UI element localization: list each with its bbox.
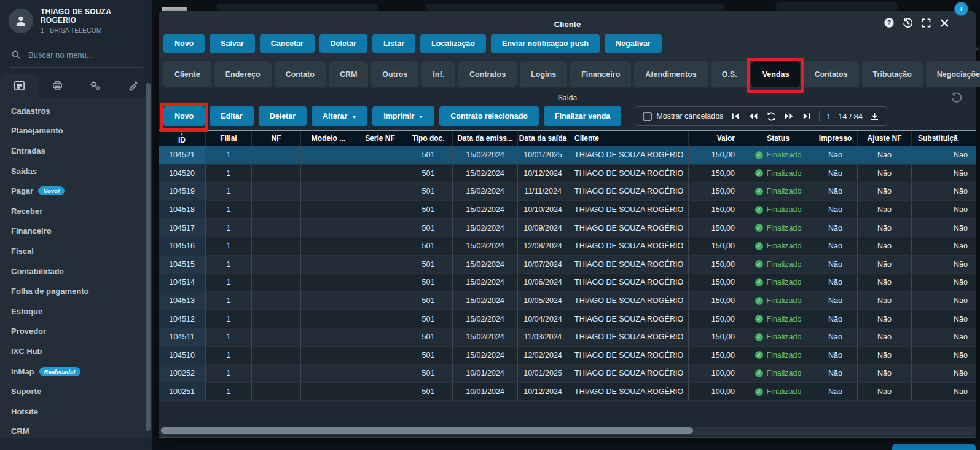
fullscreen-icon[interactable]	[920, 17, 932, 29]
sidebar-item-pagar[interactable]: PagarNovo!	[0, 181, 152, 201]
sidebar-item-contabilidade[interactable]: Contabilidade	[0, 261, 152, 282]
tab-crm[interactable]: CRM	[329, 61, 368, 87]
table-row[interactable]: 104511150115/02/202411/03/2024THIAGO DE …	[159, 328, 976, 347]
tab-contatos[interactable]: Contatos	[803, 61, 858, 87]
sidebar-item-crm[interactable]: CRM	[0, 422, 152, 438]
table-row[interactable]: 104512150115/02/202410/04/2024THIAGO DE …	[159, 310, 976, 328]
sidebar-item-fiscal[interactable]: Fiscal	[0, 241, 152, 261]
tab-contato[interactable]: Contato	[275, 61, 326, 87]
restore-history-icon[interactable]	[951, 92, 963, 104]
tab-cliente[interactable]: Cliente	[163, 61, 211, 87]
sidebar-item-planejamento[interactable]: Planejamento	[0, 121, 152, 141]
sidebar-item-folha-de-pagamento[interactable]: Folha de pagamento	[0, 281, 152, 301]
column-header-tipo-doc[interactable]: Tipo doc.	[404, 131, 453, 146]
deletar-button[interactable]: Deletar	[259, 106, 307, 126]
search-input[interactable]	[28, 50, 133, 60]
tab-contratos[interactable]: Contratos	[458, 61, 517, 87]
tab-tributacao[interactable]: Tributação	[862, 61, 923, 87]
column-header-nf[interactable]: NF	[252, 131, 301, 146]
help-icon[interactable]: ?	[883, 17, 895, 29]
column-header-valor[interactable]: Valor	[689, 131, 743, 146]
history-icon[interactable]	[901, 17, 914, 29]
column-header-id[interactable]: ▲ID	[159, 131, 206, 146]
close-icon[interactable]	[938, 17, 951, 29]
column-header-data-da-saida[interactable]: Data da saída	[518, 131, 568, 146]
listar-button[interactable]: Listar	[372, 34, 415, 53]
table-row[interactable]: 104516150115/02/202412/08/2024THIAGO DE …	[159, 237, 976, 256]
tab-negociacoes[interactable]: Negociações	[926, 61, 980, 87]
horizontal-scrollbar-thumb[interactable]	[161, 427, 693, 434]
background-button[interactable]	[892, 444, 976, 450]
finalizar-venda-button[interactable]: Finalizar venda	[544, 106, 621, 126]
sidebar-item-receber[interactable]: Receber	[0, 201, 152, 221]
cancelar-button[interactable]: Cancelar	[260, 34, 315, 53]
tab-logins[interactable]: Logins	[520, 61, 567, 87]
table-row[interactable]: 100252150110/01/202410/01/2025THIAGO DE …	[159, 365, 976, 383]
salvar-button[interactable]: Salvar	[210, 34, 255, 53]
sidebar-item-provedor[interactable]: Provedor	[0, 322, 152, 342]
tab-endereco[interactable]: Endereço	[214, 61, 272, 87]
sidebar-item-cadastros[interactable]: Cadastros	[0, 101, 152, 121]
refresh-icon[interactable]	[766, 111, 777, 122]
table-row[interactable]: 104520150115/02/202410/12/2024THIAGO DE …	[159, 165, 976, 183]
enviar-notificacao-push-button[interactable]: Enviar notificação push	[491, 34, 600, 53]
last-page-icon[interactable]	[801, 111, 812, 122]
deletar-button[interactable]: Deletar	[319, 34, 367, 53]
table-row[interactable]: 104514150115/02/202410/06/2024THIAGO DE …	[159, 274, 976, 292]
user-profile[interactable]: THIAGO DE SOUZA ROGERIO 1 - BRISA TELECO…	[0, 0, 152, 39]
column-header-data-da-emiss[interactable]: Data da emiss...	[453, 131, 518, 146]
sidebar-item-hotsite[interactable]: Hotsite	[0, 401, 152, 422]
horizontal-scrollbar-track[interactable]	[159, 427, 976, 435]
sidebar-item-financeiro[interactable]: Financeiro	[0, 221, 152, 242]
show-cancelled-checkbox[interactable]	[643, 112, 652, 121]
tab-printer[interactable]	[38, 74, 76, 97]
negativar-button[interactable]: Negativar	[605, 34, 662, 53]
localizacao-button[interactable]: Localização	[420, 34, 486, 53]
sidebar-scrollbar[interactable]	[146, 83, 151, 431]
tab-vendas[interactable]: Vendas	[751, 61, 801, 87]
download-icon[interactable]	[869, 111, 880, 122]
tab-o-s[interactable]: O.S.	[711, 61, 748, 87]
novo-button[interactable]: Novo	[163, 106, 205, 126]
sidebar-item-inmap[interactable]: InMapRealocado!	[0, 361, 152, 382]
next-page-icon[interactable]	[783, 111, 794, 122]
tab-menu-list[interactable]	[0, 74, 38, 97]
novo-button[interactable]: Novo	[163, 34, 205, 53]
table-row[interactable]: 104515150115/02/202410/07/2024THIAGO DE …	[159, 256, 976, 274]
sidebar-item-entradas[interactable]: Entradas	[0, 141, 152, 161]
column-header-impresso[interactable]: Impresso	[813, 131, 858, 146]
column-header-cliente[interactable]: Cliente	[568, 131, 689, 146]
column-header-substituica[interactable]: Substituiçã	[912, 131, 976, 146]
column-header-serie-nf[interactable]: Serie NF	[356, 131, 404, 146]
table-row[interactable]: 104519150115/02/202411/11/2024THIAGO DE …	[159, 183, 976, 201]
column-header-status[interactable]: Status	[743, 131, 813, 146]
tab-inf[interactable]: Inf.	[421, 61, 455, 87]
editar-button[interactable]: Editar	[210, 106, 253, 126]
table-row[interactable]: 104510150115/02/202412/02/2024THIAGO DE …	[159, 347, 976, 365]
column-header-ajuste-nf[interactable]: Ajuste NF	[858, 131, 912, 146]
tab-outros[interactable]: Outros	[371, 61, 418, 87]
table-row[interactable]: 104521150115/02/202410/01/2025THIAGO DE …	[159, 146, 976, 165]
column-header-modelo[interactable]: Modelo ...	[301, 131, 356, 146]
previous-page-icon[interactable]	[748, 111, 759, 122]
sidebar-item-suporte[interactable]: Suporte	[0, 381, 152, 401]
alterar-button[interactable]: Alterar▼	[312, 106, 367, 126]
tab-atendimentos[interactable]: Atendimentos	[634, 61, 707, 87]
sidebar-item-saidas[interactable]: Saídas	[0, 161, 152, 181]
menu-search[interactable]	[10, 44, 143, 68]
table-row[interactable]: 104513150115/02/202410/05/2024THIAGO DE …	[159, 292, 976, 310]
tab-financeiro[interactable]: Financeiro	[570, 61, 631, 87]
sidebar-item-estoque[interactable]: Estoque	[0, 301, 152, 322]
tab-settings[interactable]	[76, 74, 114, 97]
table-row[interactable]: 104517150115/02/202410/09/2024THIAGO DE …	[159, 219, 976, 237]
contrato-relacionado-button[interactable]: Contrato relacionado	[439, 106, 539, 126]
floating-notification-badge[interactable]: +	[954, 2, 968, 16]
cell-id: 104518	[159, 201, 206, 219]
imprimir-button[interactable]: Imprimir▼	[372, 106, 434, 126]
cell-filial: 1	[206, 347, 252, 365]
first-page-icon[interactable]	[730, 111, 741, 122]
sidebar-item-ixc-hub[interactable]: IXC Hub	[0, 341, 152, 361]
column-header-filial[interactable]: Filial	[206, 131, 252, 146]
table-row[interactable]: 104518150115/02/202410/10/2024THIAGO DE …	[159, 201, 976, 219]
table-row[interactable]: 100251150110/01/202410/12/2024THIAGO DE …	[159, 383, 976, 401]
